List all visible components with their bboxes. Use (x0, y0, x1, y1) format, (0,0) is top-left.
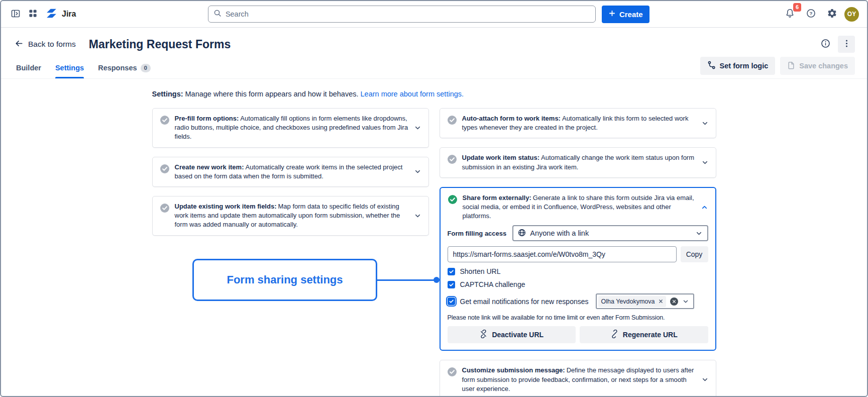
recipient-name: Olha Yevdokymova (601, 298, 655, 305)
card-text: Pre-fill form options:Automatically fill… (175, 114, 409, 142)
email-notifications-checkbox[interactable] (448, 297, 455, 305)
brand-name: Jira (62, 10, 76, 19)
check-circle-icon (447, 115, 457, 132)
clear-icon[interactable] (670, 297, 678, 306)
topbar-center: Create (76, 6, 781, 23)
card-title: Pre-fill form options: (175, 115, 239, 122)
card-title: Customize submission message: (462, 366, 565, 374)
shorten-url-checkbox[interactable] (448, 268, 455, 275)
chevron-down-icon[interactable] (414, 168, 421, 175)
check-circle-icon (447, 367, 457, 393)
set-form-logic-label: Set form logic (720, 62, 769, 70)
create-button[interactable]: Create (602, 6, 649, 23)
intro-lead: Settings: (152, 90, 183, 98)
gear-icon (827, 8, 837, 20)
set-form-logic-button[interactable]: Set form logic (700, 57, 776, 75)
recipient-select[interactable]: Olha Yevdokymova (596, 293, 694, 309)
help-button[interactable]: ? (802, 6, 819, 23)
help-icon: ? (806, 8, 816, 20)
chevron-down-icon[interactable] (701, 159, 709, 166)
copy-url-button[interactable]: Copy (681, 246, 708, 262)
responses-count-badge: 0 (141, 64, 151, 73)
main-content: Settings:Manage where this form appears … (1, 79, 867, 396)
more-actions-button[interactable] (838, 36, 855, 53)
search-box[interactable] (208, 6, 596, 23)
back-to-forms-link[interactable]: Back to forms (14, 39, 76, 50)
card-text: Update work item status:Automatically ch… (462, 153, 696, 171)
link-availability-note: Please note link will be available for n… (448, 314, 708, 321)
card-title: Update existing work item fields: (175, 203, 277, 210)
recipient-tag: Olha Yevdokymova (598, 296, 666, 307)
left-column: Pre-fill form options:Automatically fill… (152, 108, 429, 236)
chevron-down-icon[interactable] (682, 298, 689, 305)
info-icon (820, 38, 831, 50)
card-text: Create new work item:Automatically creat… (175, 163, 409, 181)
chevron-down-icon[interactable] (414, 124, 421, 132)
tabs-row: Builder Settings Responses 0 Set form lo… (1, 57, 867, 79)
unlink-icon (479, 330, 488, 340)
remove-recipient-icon[interactable] (659, 298, 663, 305)
card-create-new-work-item[interactable]: Create new work item:Automatically creat… (152, 157, 429, 187)
form-filling-access-select[interactable]: Anyone with a link (512, 225, 708, 241)
share-url-input[interactable] (448, 246, 677, 262)
annotation-callout: Form sharing settings (192, 259, 377, 301)
chevron-down-icon[interactable] (701, 120, 709, 127)
save-icon (787, 61, 795, 71)
card-customize-submission-message[interactable]: Customize submission message:Define the … (440, 360, 716, 396)
tab-settings-label: Settings (55, 64, 84, 72)
shorten-url-label[interactable]: Shorten URL (460, 267, 501, 275)
card-prefill-form-options[interactable]: Pre-fill form options:Automatically fill… (152, 108, 429, 148)
topbar-right: 6 ? OY (781, 6, 859, 23)
brand[interactable]: Jira (45, 7, 76, 22)
card-title: Update work item status: (462, 154, 540, 161)
right-column: Auto-attach form to work items:Automatic… (440, 108, 716, 396)
search-input[interactable] (226, 10, 590, 18)
card-text: Auto-attach form to work items:Automatic… (462, 114, 696, 132)
create-button-label: Create (619, 10, 643, 19)
email-notifications-label[interactable]: Get email notifications for new response… (460, 297, 589, 306)
app-switcher-icon (28, 9, 38, 20)
card-auto-attach-form[interactable]: Auto-attach form to work items:Automatic… (440, 108, 716, 138)
intro-text: Manage where this form appears and how i… (185, 90, 359, 98)
check-circle-icon (160, 164, 170, 181)
settings-intro: Settings:Manage where this form appears … (152, 90, 716, 98)
card-title: Create new work item: (175, 163, 244, 171)
avatar[interactable]: OY (844, 7, 859, 22)
tab-settings[interactable]: Settings (55, 61, 84, 79)
kebab-icon (842, 39, 851, 50)
back-link-label: Back to forms (28, 40, 76, 49)
regenerate-url-label: Regenerate URL (623, 331, 678, 339)
card-update-work-item-status[interactable]: Update work item status:Automatically ch… (440, 147, 716, 177)
app-switcher-button[interactable] (24, 6, 41, 23)
card-text: Share form externally:Generate a link to… (463, 193, 696, 221)
save-changes-button[interactable]: Save changes (780, 57, 855, 75)
card-update-existing-work-item-fields[interactable]: Update existing work item fields:Map for… (152, 196, 429, 236)
chevron-down-icon (695, 230, 703, 237)
save-changes-label: Save changes (799, 62, 848, 70)
top-navigation-bar: Jira Create 6 ? (1, 1, 867, 28)
tab-responses[interactable]: Responses 0 (98, 61, 151, 79)
regenerate-url-button[interactable]: Regenerate URL (580, 326, 708, 343)
deactivate-url-button[interactable]: Deactivate URL (448, 326, 576, 343)
chevron-down-icon[interactable] (701, 376, 709, 383)
form-filling-access-label: Form filling access (448, 230, 507, 237)
chevron-down-icon[interactable] (414, 212, 421, 220)
page-header: Back to forms Marketing Request Forms (1, 28, 867, 57)
captcha-checkbox[interactable] (448, 281, 455, 288)
page-title: Marketing Request Forms (89, 38, 231, 51)
access-select-value: Anyone with a link (530, 229, 589, 237)
info-button[interactable] (817, 36, 834, 53)
captcha-label[interactable]: CAPTCHA challenge (460, 280, 525, 288)
settings-button[interactable] (823, 6, 840, 23)
learn-more-link[interactable]: Learn more about form settings. (361, 90, 464, 98)
tab-builder[interactable]: Builder (16, 61, 41, 79)
chevron-up-icon[interactable] (701, 204, 708, 211)
card-share-form-externally: Share form externally:Generate a link to… (440, 187, 716, 351)
card-title: Share form externally: (463, 194, 531, 202)
jira-logo (45, 7, 58, 22)
search-icon (213, 9, 222, 19)
card-title: Auto-attach form to work items: (462, 115, 561, 122)
back-arrow-icon (14, 39, 24, 50)
deactivate-url-label: Deactivate URL (492, 331, 544, 339)
sidebar-toggle-button[interactable] (7, 6, 24, 23)
